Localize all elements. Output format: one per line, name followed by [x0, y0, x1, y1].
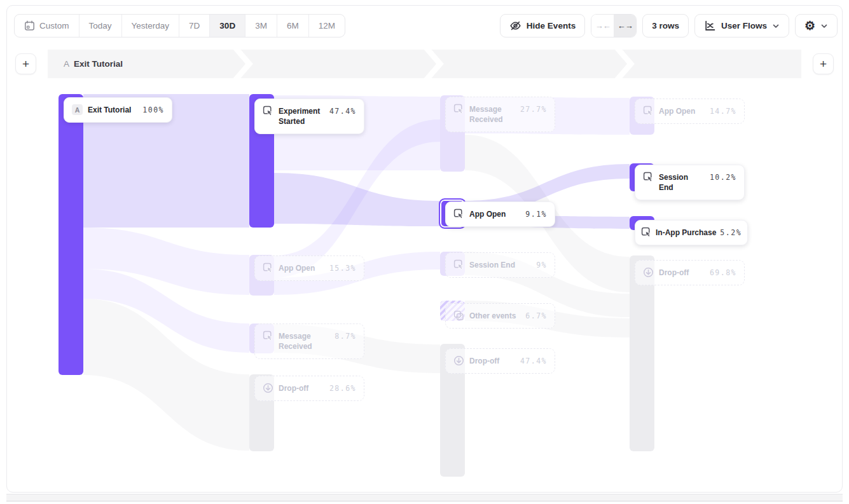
node-label: Session End [659, 172, 705, 193]
other-events-icon [453, 310, 464, 321]
hide-events-label: Hide Events [527, 21, 576, 31]
node-in-app-purchase-4-card[interactable]: In-App Purchase 5.2% [635, 220, 748, 245]
date-range-12m[interactable]: 12M [308, 15, 345, 37]
event-icon [263, 330, 273, 341]
arrows-expand-icon: ←→ [618, 21, 633, 31]
step-header-band[interactable]: A Exit Tutorial [48, 50, 801, 78]
node-message-received-2-card[interactable]: Message Received 8.7% [254, 324, 364, 359]
node-drop-off-4-card[interactable]: Drop-off 69.8% [635, 260, 745, 285]
date-range-label: Custom [39, 21, 69, 31]
node-percent: 28.6% [329, 383, 356, 393]
date-range-label: 12M [319, 21, 335, 31]
view-type-dropdown[interactable]: User Flows [694, 14, 789, 37]
date-range-3m[interactable]: 3M [245, 15, 277, 37]
node-label: Message Received [469, 104, 515, 125]
node-percent: 27.7% [520, 104, 547, 114]
chevron-separator [426, 50, 440, 78]
node-label: Drop-off [659, 268, 705, 278]
node-percent: 69.8% [710, 268, 736, 278]
user-flows-screen: Custom Today Yesterday 7D 30D 3M 6M 12M … [0, 0, 849, 504]
step-a-badge: A [72, 104, 83, 115]
node-percent: 8.7% [335, 331, 356, 341]
node-percent: 9.1% [525, 209, 547, 219]
collapse-columns-button[interactable]: →← [591, 15, 614, 37]
node-session-end-3-card[interactable]: Session End 9% [445, 252, 555, 278]
node-percent: 15.3% [329, 263, 356, 273]
step-header-label: A Exit Tutorial [64, 50, 123, 78]
node-app-open-4-card[interactable]: App Open 14.7% [635, 99, 745, 124]
node-app-open-2-card[interactable]: App Open 15.3% [254, 255, 364, 281]
hide-events-button[interactable]: Hide Events [500, 14, 585, 37]
node-label: App Open [279, 263, 324, 273]
node-label: In-App Purchase [656, 228, 716, 238]
event-icon [643, 106, 654, 116]
calendar-icon [24, 20, 35, 31]
node-percent: 10.2% [710, 172, 736, 182]
node-label: Message Received [279, 331, 329, 351]
date-range-label: 7D [189, 21, 200, 31]
toolbar-right: Hide Events →← ←→ 3 rows User Flows ⚙ [500, 14, 838, 37]
node-label: Drop-off [279, 383, 324, 393]
event-icon [263, 262, 273, 273]
plus-icon: + [820, 57, 827, 71]
node-percent: 6.7% [525, 311, 547, 321]
event-icon [453, 208, 464, 219]
chevron-separator [235, 50, 249, 78]
event-icon [643, 172, 654, 182]
event-icon [641, 227, 652, 238]
date-range-6m[interactable]: 6M [277, 15, 308, 37]
dropoff-icon [263, 383, 273, 393]
date-range-label: 6M [287, 21, 299, 31]
node-label: Exit Tutorial [88, 105, 137, 115]
settings-dropdown[interactable]: ⚙ [795, 14, 838, 37]
node-message-received-3-card[interactable]: Message Received 27.7% [445, 97, 555, 132]
width-toggle: →← ←→ [591, 14, 637, 37]
event-icon [453, 104, 464, 114]
date-range-custom[interactable]: Custom [15, 15, 79, 37]
node-drop-off-3-card[interactable]: Drop-off 47.4% [445, 348, 555, 374]
view-type-label: User Flows [721, 21, 767, 31]
date-range-label: Yesterday [132, 21, 170, 31]
date-range-label: 3M [255, 21, 267, 31]
node-label: App Open [469, 209, 520, 219]
arrows-collapse-icon: →← [595, 21, 611, 31]
plus-icon: + [22, 57, 29, 71]
node-session-end-4-card[interactable]: Session End 10.2% [635, 165, 745, 200]
step-prefix: A [64, 59, 69, 69]
node-experiment-started-card[interactable]: Experiment Started 47.4% [254, 99, 364, 134]
node-label: Drop-off [469, 356, 515, 366]
step-title: Exit Tutorial [74, 59, 123, 69]
date-range-label: Today [89, 21, 112, 31]
node-exit-tutorial-bar[interactable] [59, 94, 83, 375]
node-exit-tutorial-card[interactable]: A Exit Tutorial 100% [64, 97, 172, 123]
node-percent: 47.4% [329, 106, 356, 116]
date-range-7d[interactable]: 7D [179, 15, 209, 37]
eye-off-icon [509, 20, 521, 32]
add-step-after-button[interactable]: + [813, 53, 834, 74]
node-percent: 14.7% [710, 106, 736, 116]
expand-columns-button[interactable]: ←→ [614, 15, 636, 37]
date-range-30d[interactable]: 30D [209, 15, 245, 37]
node-label: Session End [469, 260, 531, 270]
node-label: Other events [469, 311, 520, 321]
date-range-today[interactable]: Today [79, 15, 121, 37]
node-drop-off-2-card[interactable]: Drop-off 28.6% [254, 376, 364, 401]
date-range-label: 30D [219, 21, 235, 31]
rows-button[interactable]: 3 rows [642, 14, 689, 37]
rows-label: 3 rows [652, 21, 679, 31]
node-percent: 5.2% [720, 228, 742, 238]
toolbar: Custom Today Yesterday 7D 30D 3M 6M 12M … [14, 14, 838, 37]
node-percent: 47.4% [520, 356, 547, 366]
date-range-yesterday[interactable]: Yesterday [121, 15, 179, 37]
chevron-down-icon [772, 22, 780, 30]
dropoff-icon [453, 355, 464, 366]
date-range-selector: Custom Today Yesterday 7D 30D 3M 6M 12M [14, 14, 345, 37]
event-icon [263, 106, 273, 116]
user-flows-chart-icon [704, 20, 716, 32]
node-label: Experiment Started [279, 106, 324, 126]
node-app-open-3-card[interactable]: App Open 9.1% [445, 201, 555, 227]
horizontal-scrollbar-track[interactable] [6, 494, 843, 501]
node-other-events-3-card[interactable]: Other events 6.7% [445, 303, 555, 329]
add-step-before-button[interactable]: + [15, 53, 36, 74]
node-percent: 9% [536, 260, 547, 270]
